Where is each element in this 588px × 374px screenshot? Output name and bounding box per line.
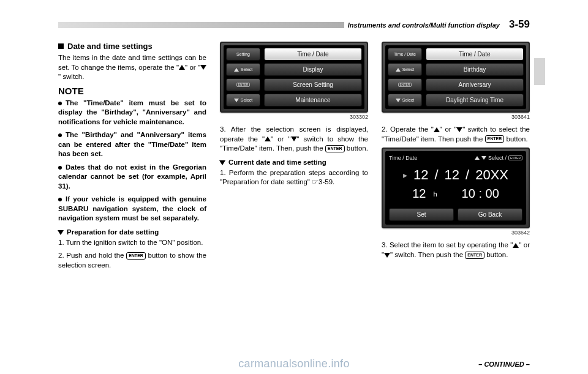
note-bullet-3: Dates that do not exist in the Gregorian…	[58, 163, 206, 192]
bullet-icon	[58, 131, 66, 138]
triangle-heading-icon	[219, 160, 225, 165]
figure-ref-1: 303302	[220, 114, 368, 120]
triangle-down-icon	[291, 137, 297, 141]
triangle-up-icon	[179, 65, 185, 70]
mini-triangle-up-icon	[396, 68, 401, 72]
prep-heading: Preparation for date setting	[58, 228, 206, 236]
thumb-tab	[534, 58, 545, 85]
figure-ref-2: 303641	[382, 114, 530, 120]
bullet-icon	[58, 163, 66, 171]
mini-triangle-down-icon	[481, 156, 486, 160]
device3-set-button: Set	[389, 208, 454, 221]
header-text: Instruments and controls/Multi function …	[344, 18, 530, 31]
note-bullet-4: If your vehicle is equipped with genuine…	[58, 195, 206, 223]
triangle-down-icon	[200, 65, 206, 70]
triangle-down-icon	[456, 127, 462, 132]
pill-setting: Setting	[226, 48, 260, 61]
mini-enter-icon: ENTER	[508, 155, 522, 160]
pill-select-up: Select	[226, 63, 260, 76]
pill-select-down: Select	[226, 94, 260, 107]
device-screenshot-3: Time / Date Select / ENTER ▸ 12 / 12	[382, 148, 530, 228]
column-2: Setting Select ENTER Select Time / Date …	[220, 42, 368, 274]
enter-button-icon: ENTER	[485, 135, 505, 143]
bullet-icon	[58, 195, 66, 203]
device3-top-row: Time / Date Select / ENTER	[389, 155, 522, 161]
intro-paragraph: The items in the date and time settings …	[58, 53, 206, 82]
menu-time-date: Time / Date	[426, 48, 524, 61]
menu-birthday: Birthday	[426, 63, 524, 76]
continued-label: – CONTINUED –	[478, 361, 530, 368]
square-bullet-icon	[58, 43, 64, 49]
current-dt-heading: Current date and time setting	[220, 159, 368, 166]
mini-enter-icon: ENTER	[236, 83, 251, 87]
triangle-up-icon	[513, 243, 519, 248]
enter-button-icon: ENTER	[465, 252, 484, 259]
caret-icon: ▸	[403, 170, 407, 180]
device-screenshot-1: Setting Select ENTER Select Time / Date …	[220, 42, 368, 113]
device3-goback-button: Go Back	[458, 208, 522, 221]
watermark: carmanualsonline.info	[238, 357, 349, 370]
triangle-heading-icon	[58, 230, 64, 235]
menu-display: Display	[264, 63, 362, 76]
prep-step-1: 1. Turn the ignition switch to the "ON" …	[58, 238, 206, 248]
note-bullet-2: The "Birthday" and "Anniversary" items c…	[58, 130, 206, 159]
mini-triangle-down-icon	[396, 99, 401, 102]
enter-button-icon: ENTER	[325, 145, 345, 152]
column-1: Date and time settings The items in the …	[58, 42, 206, 274]
menu-dst: Daylight Saving Time	[426, 94, 524, 107]
column-3: Time / Date Select ENTER Select Time / D…	[382, 42, 530, 274]
device3-time-row: 12h 10 : 00	[389, 187, 522, 201]
menu-anniversary: Anniversary	[426, 78, 524, 91]
col2-step3: 3. After the selection screen is display…	[220, 125, 368, 154]
pill-enter: ENTER	[226, 78, 260, 91]
pill-timedate: Time / Date	[388, 48, 422, 61]
enter-button-icon: ENTER	[126, 252, 146, 260]
triangle-down-icon	[384, 253, 390, 258]
mini-triangle-up-icon	[475, 156, 480, 160]
menu-maintenance: Maintenance	[264, 94, 362, 107]
triangle-up-icon	[265, 137, 271, 141]
pill-select-up: Select	[388, 63, 422, 76]
mini-enter-icon: ENTER	[398, 83, 412, 87]
menu-time-date: Time / Date	[264, 48, 362, 61]
note-heading: NOTE	[58, 86, 206, 96]
bullet-icon	[58, 99, 66, 107]
pill-select-down: Select	[388, 94, 422, 107]
device-screenshot-2: Time / Date Select ENTER Select Time / D…	[382, 42, 530, 113]
mini-triangle-down-icon	[234, 99, 239, 102]
col3-step3: 3. Select the item to set by operating t…	[382, 241, 530, 260]
col2-step1: 1. Perform the preparation steps accordi…	[220, 168, 368, 187]
pill-enter: ENTER	[388, 78, 422, 91]
col3-step2: 2. Operate the "" or "" switch to select…	[382, 125, 530, 144]
prep-step-2: 2. Push and hold the ENTER button to sho…	[58, 251, 206, 270]
device3-date-row: ▸ 12 / 12 / 20XX	[389, 167, 522, 183]
figure-ref-3: 303642	[382, 230, 530, 236]
mini-triangle-up-icon	[234, 68, 239, 72]
triangle-up-icon	[434, 127, 440, 132]
note-bullet-1: The "Time/Date" item must be set to disp…	[58, 99, 206, 127]
breadcrumb: Instruments and controls/Multi function …	[348, 21, 500, 29]
section-title: Date and time settings	[58, 42, 206, 51]
page-number: 3-59	[509, 18, 530, 30]
menu-screen-setting: Screen Setting	[264, 78, 362, 91]
